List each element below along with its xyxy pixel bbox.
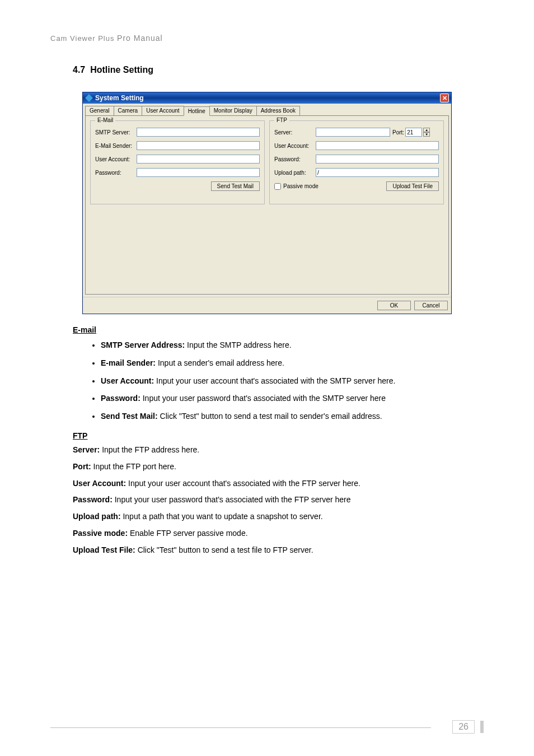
chevron-up-icon[interactable]: ▲ [423,128,430,132]
list-item: User Account: Input your user account th… [73,477,450,491]
port-spinner[interactable]: ▲▼ [423,128,430,137]
email-user-input[interactable] [137,155,260,164]
email-sender-label: E-Mail Sender: [95,143,134,149]
page-footer: 26 [452,720,484,734]
send-test-mail-button[interactable]: Send Test Mail [211,181,260,191]
list-item: SMTP Server Address: Input the SMTP addr… [101,339,450,352]
email-user-label: User Account: [95,156,134,162]
list-item: Upload Test File: Click "Test" button to… [73,544,450,557]
ftp-path-label: Upload path: [274,170,313,176]
dialog-title: System Setting [95,94,144,102]
ftp-port-label: Port: [392,129,404,136]
cancel-button[interactable]: Cancel [414,301,448,310]
close-icon[interactable]: ✕ [440,94,449,102]
email-legend: E-Mail [95,117,115,123]
titlebar: System Setting ✕ [83,92,451,104]
ftp-user-label: User Account: [274,143,313,149]
tab-hotline[interactable]: Hotline [184,106,210,116]
list-item: Upload path: Input a path that you want … [73,510,450,524]
footer-bar-icon [480,721,484,733]
ok-button[interactable]: OK [377,301,411,310]
list-item: Server: Input the FTP address here. [73,444,450,457]
email-fieldset: E-Mail SMTP Server: E-Mail Sender: User … [90,120,265,204]
ftp-heading: FTP [73,431,484,440]
tab-camera[interactable]: Camera [114,106,143,115]
list-item: E-mail Sender: Input a sender's email ad… [101,357,450,370]
ftp-server-label: Server: [274,129,313,136]
smtp-server-label: SMTP Server: [95,129,134,136]
email-heading: E-mail [73,325,484,334]
tab-general[interactable]: General [85,106,114,115]
ftp-path-input[interactable] [316,168,439,177]
ftp-pass-input[interactable] [316,155,439,164]
app-icon [85,94,93,102]
passive-mode-label: Passive mode [283,183,318,189]
ftp-pass-label: Password: [274,156,313,162]
dialog-footer: OK Cancel [83,297,451,314]
ftp-user-input[interactable] [316,141,439,150]
passive-mode-checkbox[interactable] [274,183,281,190]
list-item: Send Test Mail: Click "Test" button to s… [101,410,450,423]
email-sender-input[interactable] [137,141,260,150]
email-pass-input[interactable] [137,168,260,177]
smtp-server-input[interactable] [137,128,260,137]
email-pass-label: Password: [95,170,134,176]
tab-monitor-display[interactable]: Monitor Display [209,106,257,115]
upload-test-file-button[interactable]: Upload Test File [386,181,439,191]
tab-user-account[interactable]: User Account [142,106,184,115]
ftp-desc-list: Server: Input the FTP address here.Port:… [73,444,450,557]
system-setting-dialog: System Setting ✕ General Camera User Acc… [82,92,452,314]
ftp-legend: FTP [274,117,289,123]
list-item: Passive mode: Enable FTP server passive … [73,527,450,540]
page-number: 26 [452,720,475,734]
tabstrip: General Camera User Account Hotline Moni… [83,104,451,115]
ftp-server-input[interactable] [316,128,390,137]
ftp-port-input[interactable] [405,128,422,137]
list-item: Port: Input the FTP port here. [73,460,450,474]
footer-rule [50,727,431,728]
ftp-fieldset: FTP Server: Port: ▲▼ User Account: [269,120,444,204]
section-title: 4.7 Hotline Setting [73,65,484,75]
tab-address-book[interactable]: Address Book [256,106,300,115]
list-item: Password: Input your user password that'… [73,493,450,507]
tab-pane-hotline: E-Mail SMTP Server: E-Mail Sender: User … [85,115,449,295]
list-item: User Account: Input your user account th… [101,375,450,388]
list-item: Password: Input your user password that'… [101,392,450,405]
email-desc-list: SMTP Server Address: Input the SMTP addr… [101,339,450,423]
page-header: Cam Viewer Plus Pro Manual [50,34,484,43]
chevron-down-icon[interactable]: ▼ [423,132,430,137]
